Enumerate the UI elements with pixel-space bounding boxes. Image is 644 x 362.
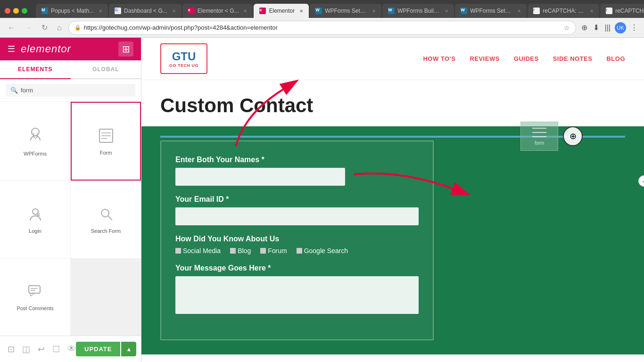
browser-tab-8[interactable]: r reCAPTCHA: Easy... ✕ bbox=[528, 4, 599, 18]
download-button[interactable]: ⬇ bbox=[592, 22, 601, 33]
element-search-bar: 🔍 bbox=[0, 79, 141, 102]
tab-close-4[interactable]: ✕ bbox=[299, 8, 303, 14]
tab-close-2[interactable]: ✕ bbox=[172, 8, 176, 14]
radio-box-social bbox=[175, 248, 181, 254]
wpforms-label: WPForms bbox=[24, 151, 47, 156]
traffic-lights bbox=[0, 0, 32, 18]
tab-favicon-1: M bbox=[41, 8, 48, 14]
history-icon[interactable]: ↩ bbox=[38, 344, 45, 354]
reload-button[interactable]: ↻ bbox=[39, 22, 50, 33]
bookmarks-button[interactable]: ||| bbox=[603, 22, 612, 33]
tab-label-6: WPForms Build... bbox=[397, 8, 440, 14]
element-search-input[interactable] bbox=[21, 87, 131, 94]
tab-close-8[interactable]: ✕ bbox=[590, 8, 594, 14]
address-text: https://gotechug.com/wp-admin/post.php?p… bbox=[84, 24, 561, 31]
radio-label-blog: Blog bbox=[238, 247, 251, 255]
tab-favicon-6: W bbox=[388, 8, 395, 14]
radio-social-media[interactable]: Social Media bbox=[175, 247, 221, 255]
radio-label-social: Social Media bbox=[183, 247, 221, 255]
tab-label-5: WPForms Setti... bbox=[325, 8, 367, 14]
post-comments-icon bbox=[27, 283, 44, 302]
minimize-window-button[interactable] bbox=[13, 8, 19, 14]
preview-icon[interactable]: 👁 bbox=[67, 344, 76, 354]
browser-tab-7[interactable]: W WPForms Setti... ✕ bbox=[455, 4, 527, 18]
tab-favicon-8: r bbox=[533, 8, 540, 14]
widgets-icon[interactable]: ◫ bbox=[22, 344, 30, 354]
radio-group-source: Social Media Blog Forum bbox=[175, 247, 419, 255]
radio-blog[interactable]: Blog bbox=[230, 247, 251, 255]
maximize-window-button[interactable] bbox=[22, 8, 27, 14]
address-bar[interactable]: 🔒 https://gotechug.com/wp-admin/post.php… bbox=[68, 21, 576, 35]
site-header: GTU GO TECH UG HOW TO'S REVIEWS GUIDES S… bbox=[141, 38, 644, 80]
tab-global[interactable]: GLOBAL bbox=[71, 60, 141, 78]
browser-tab-2[interactable]: G Dashboard < G... ✕ bbox=[109, 4, 182, 18]
drag-handle-icon[interactable]: ⊕ bbox=[563, 126, 583, 146]
profile-button[interactable]: UK bbox=[615, 22, 626, 33]
radio-label-forum: Forum bbox=[268, 247, 287, 255]
page-heading-area: Custom Contact bbox=[141, 80, 644, 126]
browser-tab-3[interactable]: e Elementor < G... ✕ bbox=[182, 4, 253, 18]
lock-icon: 🔒 bbox=[74, 25, 81, 31]
browser-tab-6[interactable]: W WPForms Build... ✕ bbox=[382, 4, 454, 18]
green-form-area: form ⊕ Enter Both Your Names * Your Emai… bbox=[141, 126, 644, 354]
element-form[interactable]: Form bbox=[71, 102, 141, 181]
element-login[interactable]: Login bbox=[0, 181, 70, 258]
logo-gtu-text: GTU bbox=[172, 50, 196, 63]
radio-forum[interactable]: Forum bbox=[260, 247, 287, 255]
form-field-source: How Did You Know About Us Social Media B… bbox=[175, 235, 419, 255]
nav-guides[interactable]: GUIDES bbox=[514, 55, 539, 62]
search-form-icon bbox=[98, 206, 115, 224]
element-wpforms[interactable]: WPForms bbox=[0, 102, 70, 181]
menu-button[interactable]: ⋮ bbox=[629, 22, 639, 33]
extensions-button[interactable]: ⊕ bbox=[580, 22, 589, 33]
tab-close-1[interactable]: ✕ bbox=[99, 8, 102, 14]
element-search-form[interactable]: Search Form bbox=[71, 181, 141, 258]
bookmark-icon[interactable]: ☆ bbox=[564, 24, 570, 32]
back-button[interactable]: ← bbox=[5, 23, 18, 33]
radio-label-google: Google Search bbox=[304, 247, 348, 255]
nav-blog[interactable]: BLOG bbox=[606, 55, 625, 62]
form-label-name: Enter Both Your Names * bbox=[175, 156, 419, 164]
tab-label-8: reCAPTCHA: Easy... bbox=[543, 8, 585, 14]
tab-favicon-4: e bbox=[259, 8, 266, 14]
elementor-sidebar: ☰ elementor ⊞ ELEMENTS GLOBAL 🔍 bbox=[0, 38, 141, 362]
element-post-comments[interactable]: Post Comments bbox=[0, 259, 70, 336]
tab-close-3[interactable]: ✕ bbox=[243, 8, 247, 14]
responsive-icon[interactable]: ☐ bbox=[52, 344, 60, 354]
tab-label-4: Elementor bbox=[269, 8, 295, 14]
update-dropdown-button[interactable]: ▲ bbox=[121, 342, 136, 356]
wpforms-icon bbox=[27, 126, 44, 147]
nav-side-notes[interactable]: SIDE NOTES bbox=[553, 55, 593, 62]
forward-button[interactable]: → bbox=[22, 23, 35, 33]
radio-box-google bbox=[297, 248, 302, 254]
form-input-message[interactable] bbox=[175, 276, 419, 314]
radio-box-blog bbox=[230, 248, 236, 254]
browser-tab-4[interactable]: e Elementor ✕ bbox=[254, 4, 309, 18]
close-window-button[interactable] bbox=[5, 8, 10, 14]
radio-google-search[interactable]: Google Search bbox=[297, 247, 348, 255]
tab-elements[interactable]: ELEMENTS bbox=[0, 60, 71, 79]
form-input-email[interactable] bbox=[175, 207, 419, 225]
grid-apps-icon[interactable]: ⊞ bbox=[118, 41, 133, 57]
contact-form-widget: Enter Both Your Names * Your Email ID * … bbox=[160, 140, 434, 340]
update-button[interactable]: UPDATE bbox=[76, 342, 120, 356]
tab-close-7[interactable]: ✕ bbox=[517, 8, 521, 14]
hamburger-menu-icon[interactable]: ☰ bbox=[8, 44, 15, 54]
layers-icon[interactable]: ⊡ bbox=[8, 344, 15, 354]
tab-favicon-5: W bbox=[315, 8, 322, 14]
browser-tab-5[interactable]: W WPForms Setti... ✕ bbox=[310, 4, 381, 18]
form-input-name[interactable] bbox=[175, 168, 345, 186]
home-button[interactable]: ⌂ bbox=[54, 23, 65, 33]
search-icon: 🔍 bbox=[10, 87, 18, 94]
form-label-email: Your Email ID * bbox=[175, 195, 419, 204]
browser-tab-9[interactable]: r reCAPTCHA ✕ bbox=[600, 4, 644, 18]
browser-toolbar: ← → ↻ ⌂ 🔒 https://gotechug.com/wp-admin/… bbox=[0, 18, 644, 38]
login-icon bbox=[27, 206, 44, 224]
tab-close-6[interactable]: ✕ bbox=[445, 8, 448, 14]
nav-howtos[interactable]: HOW TO'S bbox=[423, 55, 455, 62]
tab-close-5[interactable]: ✕ bbox=[372, 8, 376, 14]
nav-reviews[interactable]: REVIEWS bbox=[470, 55, 499, 62]
tab-label-2: Dashboard < G... bbox=[124, 8, 167, 14]
browser-tab-1[interactable]: M Popups < Math... ✕ bbox=[36, 4, 108, 18]
svg-line-13 bbox=[108, 216, 112, 220]
